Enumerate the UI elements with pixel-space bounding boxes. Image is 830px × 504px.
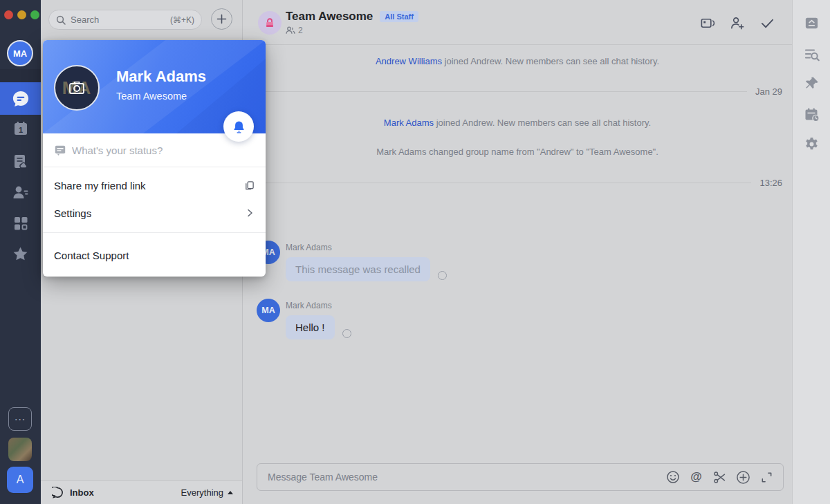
right-toolbar — [792, 0, 830, 504]
status-input[interactable] — [72, 144, 255, 156]
calendar-clock-icon — [804, 106, 820, 123]
share-friend-link-item[interactable]: Share my friend link — [43, 170, 266, 200]
search-list-icon — [804, 46, 820, 63]
message-composer[interactable]: @ — [257, 463, 784, 491]
sidebar-item-messenger[interactable] — [0, 82, 41, 115]
attach-button[interactable] — [736, 470, 750, 485]
at-sign-icon: @ — [690, 470, 702, 484]
plus-icon — [216, 14, 227, 24]
member-link[interactable]: Andrew Williams — [376, 56, 442, 66]
sidebar-more-button[interactable]: ⋯ — [8, 407, 32, 431]
announcement-button[interactable] — [803, 15, 820, 32]
members-icon — [286, 26, 295, 35]
member-count-row[interactable]: 2 — [286, 26, 303, 35]
close-window-button[interactable] — [4, 10, 13, 19]
window-controls — [4, 10, 39, 19]
inbox-footer-bar: Inbox Everything — [41, 480, 242, 504]
chevron-up-icon — [228, 491, 233, 494]
calendar-events-button[interactable] — [803, 106, 820, 123]
mention-button[interactable]: @ — [689, 470, 703, 485]
search-bar[interactable]: (⌘+K) — [48, 10, 202, 30]
sender-avatar[interactable]: MA — [257, 299, 280, 322]
status-row[interactable] — [43, 133, 266, 167]
sidebar-item-workplace[interactable] — [11, 214, 30, 232]
chat-settings-button[interactable] — [803, 136, 820, 153]
search-icon — [56, 15, 66, 25]
workspace-avatar[interactable]: A — [7, 467, 33, 493]
message-bubble[interactable]: Hello ! — [286, 315, 335, 339]
search-shortcut-hint: (⌘+K) — [170, 15, 194, 25]
recalled-message-bubble[interactable]: This message was recalled — [286, 257, 430, 281]
sidebar-item-docs[interactable] — [11, 152, 30, 171]
date-divider: Jan 29 — [243, 86, 792, 97]
member-count: 2 — [298, 26, 303, 35]
sidebar-divider — [0, 69, 41, 82]
video-camera-icon — [700, 15, 716, 31]
system-message: Mark Adams joined Andrew. New members ca… — [243, 118, 792, 128]
profile-name: Mark Adams — [116, 68, 206, 86]
docs-icon — [12, 153, 29, 170]
sidebar-item-contacts[interactable] — [11, 183, 30, 202]
pinned-messages-button[interactable] — [803, 75, 820, 92]
member-link[interactable]: Mark Adams — [384, 118, 434, 128]
todo-check-button[interactable] — [759, 15, 775, 31]
search-in-chat-button[interactable] — [803, 46, 820, 63]
inbox-bubble-icon — [52, 487, 64, 498]
camera-icon — [67, 78, 86, 97]
chevron-right-icon — [245, 208, 255, 218]
message-input[interactable] — [268, 472, 665, 483]
bell-icon — [232, 120, 246, 134]
expand-composer-button[interactable] — [759, 470, 774, 485]
add-member-button[interactable] — [729, 15, 746, 31]
chat-title: Team Awesome — [286, 10, 373, 24]
zoom-window-button[interactable] — [30, 10, 39, 19]
workplace-grid-icon — [12, 215, 29, 232]
user-avatar[interactable]: MA — [7, 40, 33, 66]
messenger-icon — [11, 89, 30, 108]
inbox-label: Inbox — [70, 487, 94, 498]
search-input[interactable] — [71, 15, 170, 25]
calendar-icon: 1 — [12, 120, 29, 137]
emoji-button[interactable] — [665, 470, 680, 485]
chat-header: Team Awesome All Staff 2 — [243, 0, 792, 45]
sidebar-item-favorites[interactable] — [11, 245, 30, 263]
workspace-letter: A — [17, 474, 24, 486]
settings-item[interactable]: Settings — [43, 198, 266, 228]
contact-support-item[interactable]: Contact Support — [43, 240, 266, 270]
read-indicator — [342, 329, 351, 338]
chat-badge: All Staff — [380, 11, 418, 22]
video-call-button[interactable] — [699, 15, 716, 31]
check-icon — [759, 15, 775, 31]
system-message: Mark Adams changed group name from "Andr… — [243, 147, 792, 157]
profile-avatar[interactable]: MA — [54, 65, 100, 111]
conversation-panel: Team Awesome All Staff 2 — [243, 0, 792, 504]
more-dots-icon: ⋯ — [15, 413, 26, 426]
profile-subtitle: Team Awesome — [116, 91, 187, 102]
copy-icon — [244, 180, 255, 191]
scissors-icon — [712, 470, 727, 485]
contacts-icon — [12, 184, 29, 201]
star-icon — [12, 245, 29, 263]
sender-name: Mark Adams — [286, 301, 332, 310]
expand-icon — [760, 471, 773, 484]
group-avatar[interactable] — [258, 11, 282, 35]
secondary-account-avatar[interactable] — [8, 438, 32, 461]
time-divider: 13:26 — [243, 178, 792, 188]
left-sidebar: MA 1 — [0, 0, 41, 504]
inbox-filter-label[interactable]: Everything — [181, 487, 223, 498]
announcement-icon — [804, 15, 820, 31]
system-message: Andrew Williams joined Andrew. New membe… — [243, 56, 792, 66]
time-divider-label: 13:26 — [759, 178, 782, 188]
minimize-window-button[interactable] — [17, 10, 26, 19]
lock-icon — [264, 17, 276, 29]
screenshot-button[interactable] — [712, 470, 727, 485]
svg-text:1: 1 — [18, 125, 22, 133]
pin-icon — [804, 75, 820, 91]
sender-name: Mark Adams — [286, 243, 332, 252]
date-divider-label: Jan 29 — [755, 86, 782, 97]
sidebar-item-calendar[interactable]: 1 — [11, 119, 30, 138]
new-chat-button[interactable] — [211, 8, 232, 30]
app-window: MA 1 — [0, 0, 830, 504]
user-avatar-initials: MA — [13, 48, 27, 59]
status-bubble-icon — [54, 144, 66, 156]
